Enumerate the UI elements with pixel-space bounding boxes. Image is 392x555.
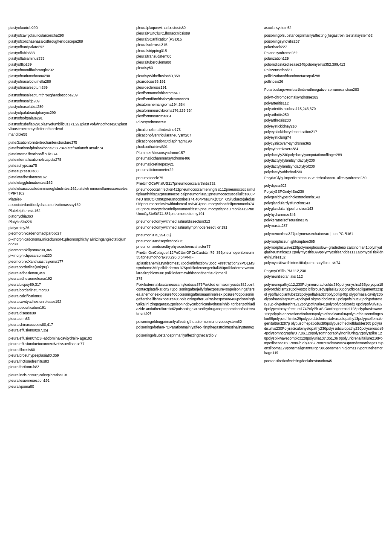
list-item: PolydySSPOndyliSm230 [264, 189, 383, 194]
list-item: polyarteritis112 [264, 101, 383, 106]
list-item: pneumatocele75 [136, 176, 256, 180]
list-item: pleuralincisionsurgicalexploration191 [9, 373, 128, 378]
list-item: plexiformfibrohistiocytictumor229 [136, 97, 256, 102]
list-item: pleuraladhesionrelease192 [9, 276, 128, 281]
list-item: plastyofconchaenasalcsthroughendoscope28… [9, 39, 128, 44]
list-item: pneumonectomywithmediastinallymphnoderes… [136, 225, 256, 230]
list-item: pleurosclerosis191 [136, 85, 256, 90]
list-item: polydactylylandsyndactylyof230 [264, 164, 383, 169]
list-item: poisoningofsubstanceprimarilyaffectingth… [136, 333, 256, 338]
list-item: plastyofhardpalate292 [9, 45, 128, 49]
list-item: plastyofcavitjofauricularconcha290 [9, 33, 128, 38]
list-item: polycysticovar>syndrome365 [264, 141, 383, 146]
list-item: polymorphicwave128polymorphouslow- grade… [264, 245, 383, 260]
list-item: polygenichypercholesterolemia143 [264, 195, 383, 200]
list-item: pneumaticchammersyndrome406 [136, 156, 256, 161]
list-item: polyarthrosis230 [264, 118, 383, 123]
list-item: platyrrhiny26 [9, 226, 128, 230]
list-item: plastyoflabia333 [9, 51, 128, 55]
list-item: pleuraborderline(unk)r8() [9, 265, 128, 270]
column-1: plastyofauricle290plastyofcavitjofauricu… [9, 26, 132, 390]
list-item: polarization129 [264, 56, 383, 61]
main-content: plastyofauricle290plastyofcavitjofauricu… [9, 26, 383, 390]
list-item: plicationoperationOtdiaphragm190 [136, 139, 256, 144]
list-item: pleuralbrosuhypeeplasia80,359 [9, 353, 128, 358]
list-item: pleuraleffusionduetoconnectivetissuedise… [9, 342, 128, 346]
list-item: Platelet- [9, 197, 128, 202]
list-item: pleomorphicadenomaofparotid27 [9, 231, 128, 236]
list-item: polyarthritis250 [264, 113, 383, 117]
list-item: polyX-chromosomalsyndrome365 [264, 95, 383, 100]
list-item: Politzermethod37 [264, 68, 383, 73]
list-item: plastyofflip289 [9, 62, 128, 67]
list-item: plateΩxationforintertrochanterictracture… [9, 140, 128, 145]
list-item: plateletagglutinationtest162 [9, 180, 128, 185]
list-item: polyglandularhj'perfunction143 [264, 206, 383, 211]
list-item: pleurisyWitheffusion80,359 [136, 74, 256, 78]
list-item: pooraestheticofexistingdenialrestoration… [264, 359, 383, 363]
list-item: pneumonia75,294,35| [136, 233, 256, 238]
list-item: pleuraleffusionChCSl-abdominalcavitydrai… [9, 336, 128, 341]
list-item: pleurallipoma80 [9, 384, 128, 389]
column-3: ascularsystem62poisoningofsubstanceprima… [260, 26, 383, 390]
list-item: plateauhypoxia75 [9, 163, 128, 168]
list-item: polydactyly230polydactylyamputationoffin… [264, 153, 383, 157]
list-item: associatedantibodycharacterizationassay1… [9, 203, 128, 207]
list-item: polyglandulardysfunction143 [264, 201, 383, 206]
list-item: plexiformameloblastoma40 [136, 91, 256, 96]
list-item: pleuralchinacoccosis80,417 [9, 323, 128, 327]
list-item: pleuralbiopsy89,317 [9, 282, 128, 287]
list-item: Plummer-Vinsonsyndrome157 [136, 151, 256, 155]
list-item: plastyofauricle290 [9, 26, 128, 30]
list-item: polyhydramnios346 [264, 212, 383, 217]
list-item: Plicasyndrome258 [136, 120, 256, 125]
list-item: plastyofmandibularangle292 [9, 68, 128, 73]
list-item: pleuralplaquewithasbestosis80 [136, 26, 256, 30]
list-item: plastyofcubeflap291plastyofumbilicus171,… [9, 122, 128, 132]
list-item: pleuraltransudatem80 [136, 54, 256, 59]
list-item: polydipsia402 [264, 183, 383, 188]
list-item: plicationofsmallintestine173 [136, 128, 256, 132]
list-item: polykeratosisofTouraine379 [264, 218, 383, 223]
list-item: polydactyly(ylandsyndactyly230 [264, 158, 383, 163]
list-item: plastyofnasolabial289 [9, 105, 128, 109]
list-item: 375 [136, 276, 256, 281]
list-item: pollicizationofthumbmetacarpal298 [264, 74, 383, 78]
list-item: pleuraleffusion80297,35( [9, 328, 128, 333]
list-item: plastyofpalateandpharynx290 [9, 110, 128, 115]
list-item: poisoningofdrugprimarilyaffectingtheauto… [136, 320, 256, 324]
list-item: polyeystickidney210 [264, 124, 383, 129]
list-item: polymorphicsunlightcmption365 [264, 239, 383, 244]
list-item: pleuralsclerosis315 [136, 43, 256, 47]
list-item: polymastia287 [264, 224, 383, 228]
list-item: aplasticanemiasyndrome157pocketinfection… [136, 261, 256, 276]
list-item: pleuraldecortication191 [9, 305, 128, 310]
list-item: polydactylyofthefool230 [264, 170, 383, 174]
list-item: pleomorphiclipoma230,365 [9, 248, 128, 253]
list-item: PneUmOCePhalUS117pneumococcalarthritis23… [136, 181, 256, 186]
list-item: pleuralstripping315 [136, 49, 256, 53]
list-item: polymyositiswithinterstitialpulmonaryfib… [264, 261, 383, 265]
list-item: pleuralSCarificatiOn(PS)315 [136, 37, 256, 42]
list-item: poisoningofsubstanceprimarilyaffecting(h… [264, 33, 383, 38]
list-item: plastyoflabiaminus335 [9, 56, 128, 61]
list-item: plastyofsoftpalate291 [9, 116, 128, 121]
list-item: PoikilodermaIikcutaneuosamyloidosis375Po… [136, 282, 256, 317]
list-item: plastyofnasalseptumthroughendoscope289 [9, 93, 128, 98]
list-item: poisoningsynovitis267 [264, 39, 383, 44]
column-2: pleuralplaquewithasbestosis80pleuralPUnC… [132, 26, 260, 390]
list-item: PolydaClyly-imperforateanus-vertebralano… [264, 176, 383, 180]
list-item: polyeysticlung74 [264, 135, 383, 140]
list-item: plateinternalfixationoffibula274 [9, 152, 128, 157]
list-item: polyneuropathy112,230Polyneuroradiculiti… [264, 282, 383, 356]
list-item: pleuralfibrosis80 [9, 348, 128, 352]
list-item: poliomditislikedisease248poliomyelitis35… [264, 62, 383, 67]
list-item: pleuraladhesion80,359 [9, 271, 128, 276]
list-item: pl«morphicliposarcoma230 [9, 253, 128, 258]
list-item: ascularsystem62 [264, 26, 383, 30]
list-item: PolymyOSilis,PM 112,230 [264, 269, 383, 273]
list-item: plastyofnasalseptum289 [9, 85, 128, 90]
list-item: pneumoniaandsepticshock75 [136, 239, 256, 244]
list-item: pleuralfrictionrub83 [9, 365, 128, 369]
list-item: plicationofventricularaneurysm207 [136, 133, 256, 138]
